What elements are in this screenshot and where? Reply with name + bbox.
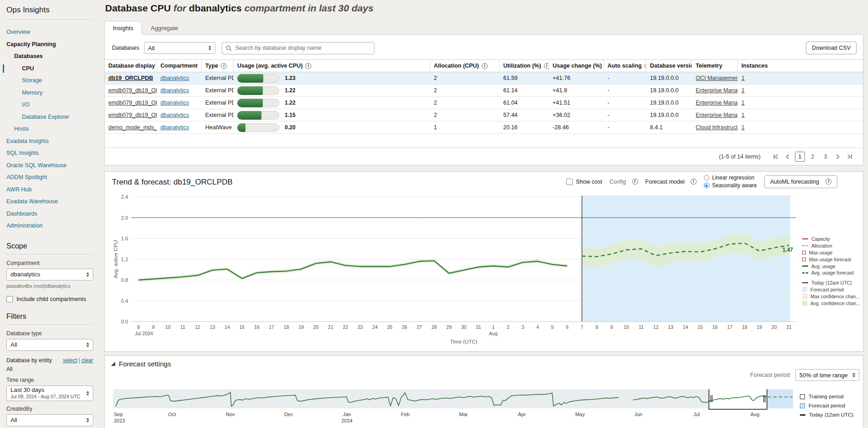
database-name-link[interactable]: db19_ORCLPDB xyxy=(108,75,153,81)
sidebar-item-awr-hub[interactable]: AWR Hub xyxy=(6,184,93,196)
entity-select-link[interactable]: select xyxy=(63,357,77,364)
sidebar-item-exadata-warehouse[interactable]: Exadata Warehouse xyxy=(6,196,93,208)
table-row[interactable]: emdb079_db19_ORCLPDBdbanalyticsExternal … xyxy=(105,97,863,109)
svg-text:9: 9 xyxy=(152,324,154,330)
instances-link[interactable]: 1 xyxy=(741,75,745,81)
sidebar-item-databases[interactable]: Databases xyxy=(6,50,93,63)
download-csv-button[interactable]: Download CSV xyxy=(806,42,857,54)
radio-linear-regression[interactable]: Linear regression xyxy=(704,174,757,181)
pagination-first-button[interactable] xyxy=(770,151,782,163)
cell-database-version: 19.19.0.0.0 xyxy=(646,109,692,121)
created-by-select[interactable]: All xyxy=(6,414,93,426)
sidebar-item-hosts[interactable]: Hosts xyxy=(6,123,93,135)
sidebar-item-sql-insights[interactable]: SQL Insights xyxy=(6,147,93,159)
svg-text:Jul: Jul xyxy=(693,412,700,417)
instances-link[interactable]: 1 xyxy=(741,87,745,94)
instances-link[interactable]: 1 xyxy=(741,100,745,106)
pagination-last-button[interactable] xyxy=(844,151,856,163)
pagination-page-1[interactable]: 1 xyxy=(795,152,805,162)
compartment-select[interactable]: dbanalytics xyxy=(6,269,93,280)
column-header-database-display-name[interactable]: Database display name xyxy=(105,60,157,72)
legend-swatch-fill-tan xyxy=(802,294,807,299)
sidebar-item-exadata-insights[interactable]: Exadata Insights xyxy=(6,135,93,148)
column-header-auto-scaling[interactable]: Auto scaling xyxy=(604,60,646,72)
column-header-usage-change[interactable]: Usage change (%) xyxy=(549,60,604,72)
compartment-link[interactable]: dbanalytics xyxy=(160,87,189,94)
column-header-database-version[interactable]: Database version xyxy=(646,60,692,72)
svg-text:2024: 2024 xyxy=(341,418,352,423)
column-header-compartment[interactable]: Compartment xyxy=(157,60,202,72)
svg-text:Jun: Jun xyxy=(634,412,643,417)
sidebar-item-cpu[interactable]: CPU xyxy=(6,63,93,75)
column-header-telemetry[interactable]: Telemetry xyxy=(692,60,738,72)
cell-auto-scaling: - xyxy=(604,97,646,109)
svg-text:21: 21 xyxy=(328,324,334,330)
telemetry-link[interactable]: Enterprise Manager xyxy=(696,112,738,118)
tab-insights[interactable]: Insights xyxy=(104,21,142,35)
sidebar-item-storage[interactable]: Storage xyxy=(6,74,93,87)
pagination-page-3[interactable]: 3 xyxy=(820,152,831,162)
pagination-next-button[interactable] xyxy=(832,151,844,163)
column-header-utilization[interactable]: Utilization (%)▼ xyxy=(500,60,549,72)
app-title: Ops Insights xyxy=(6,4,93,19)
table-row[interactable]: emdb079_db19_ORCLPDBdbanalyticsExternal … xyxy=(105,85,863,97)
time-range-select[interactable]: Last 30 days Jul 08, 2024 - Aug 07, 2024… xyxy=(6,386,93,401)
svg-text:12: 12 xyxy=(195,324,201,330)
column-header-allocation-cpu[interactable]: Allocation (CPU) xyxy=(430,60,500,72)
telemetry-link[interactable]: OCI Management Agent xyxy=(696,75,738,81)
compartment-link[interactable]: dbanalytics xyxy=(160,112,189,118)
cell-instances: 1 xyxy=(738,72,863,84)
forecast-period-select[interactable]: 50% of time range xyxy=(795,369,859,381)
compartment-link[interactable]: dbanalytics xyxy=(160,100,189,106)
trend-forecast-panel: Trend & forecast: db19_ORCLPDB Show cost… xyxy=(104,171,863,352)
svg-text:22: 22 xyxy=(343,324,348,330)
include-child-compartments-checkbox[interactable]: Include child compartments xyxy=(6,296,93,302)
telemetry-link[interactable]: Enterprise Manager xyxy=(696,100,738,106)
instances-link[interactable]: 1 xyxy=(741,124,745,131)
telemetry-link[interactable]: Enterprise Manager xyxy=(696,87,738,94)
table-row[interactable]: db19_ORCLPDBdbanalyticsExternal PDB1.232… xyxy=(105,72,863,85)
svg-text:Jan: Jan xyxy=(343,412,351,417)
sidebar-item-memory[interactable]: Memory xyxy=(6,87,93,99)
tab-aggregate[interactable]: Aggregate xyxy=(142,21,187,35)
database-name-link[interactable]: demo_mode_mds_ xyxy=(108,124,157,131)
automl-forecasting-button[interactable]: AutoML forecasting xyxy=(764,175,837,188)
pagination-prev-button[interactable] xyxy=(782,151,793,163)
sidebar-item-database-explorer[interactable]: Database Explorer xyxy=(6,111,93,123)
svg-text:Aug: Aug xyxy=(751,412,760,417)
sidebar-item-overview[interactable]: Overview xyxy=(6,26,93,38)
sidebar-item-capacity-planning[interactable]: Capacity Planning xyxy=(6,38,93,51)
compartment-link[interactable]: dbanalytics xyxy=(160,124,189,131)
show-cost-checkbox[interactable]: Show cost xyxy=(566,179,602,185)
database-type-label: Database type xyxy=(6,330,93,337)
cell-usage: 1.23 xyxy=(234,72,430,84)
search-input[interactable] xyxy=(234,44,370,52)
radio-seasonality-aware[interactable]: Seasonality aware xyxy=(704,182,757,189)
legend-item-avg-confidence-chan: Avg. confidence chan... xyxy=(802,300,862,306)
sidebar-item-addm-spotlight[interactable]: ADDM Spotlight xyxy=(6,171,93,184)
instances-link[interactable]: 1 xyxy=(741,112,745,118)
compartment-link[interactable]: dbanalytics xyxy=(160,75,189,81)
pagination-page-2[interactable]: 2 xyxy=(808,152,818,162)
sidebar-item-oracle-sql-warehouse[interactable]: Oracle SQL Warehouse xyxy=(6,159,93,172)
sidebar-item-i-o[interactable]: I/O xyxy=(6,99,93,111)
telemetry-link[interactable]: Cloud Infrastructure xyxy=(696,124,738,131)
database-type-select[interactable]: All xyxy=(6,339,93,351)
sidebar-item-administration[interactable]: Administration xyxy=(6,220,93,232)
column-header-usage-avg-active-cpu[interactable]: Usage (avg. active CPU) xyxy=(234,60,430,72)
trend-chart: 0.00.40.81.21.62.02.4Avg. active CPU1.47… xyxy=(111,192,800,345)
cell-allocation: 1 xyxy=(430,122,500,133)
forecast-settings-header[interactable]: Forecast settings xyxy=(111,360,171,368)
column-header-instances[interactable]: Instances xyxy=(738,60,863,72)
config-link[interactable]: Config xyxy=(609,179,638,185)
database-name-link[interactable]: emdb079_db19_ORCLPDB xyxy=(108,87,157,94)
entity-clear-link[interactable]: clear xyxy=(81,357,93,364)
column-header-type[interactable]: Type xyxy=(202,60,234,72)
database-name-link[interactable]: emdb079_db19_ORCLPDB xyxy=(108,100,157,106)
sidebar-item-dashboards[interactable]: Dashboards xyxy=(6,208,93,220)
databases-select[interactable]: All xyxy=(144,42,215,54)
database-name-link[interactable]: emdb079_db19_ORCLPDB xyxy=(108,112,157,118)
usage-value: 0.20 xyxy=(285,124,295,131)
table-row[interactable]: emdb079_db19_ORCLPDBdbanalyticsExternal … xyxy=(105,109,863,122)
table-row[interactable]: demo_mode_mds_dbanalyticsHeatWave MySQL0… xyxy=(105,122,863,134)
